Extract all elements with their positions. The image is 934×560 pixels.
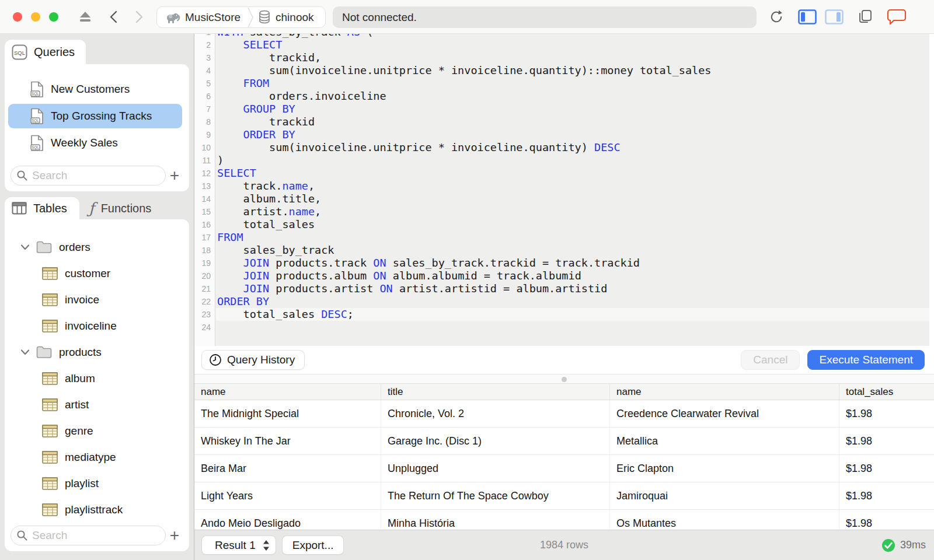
pane-splitter[interactable] [194, 374, 934, 384]
table-cell[interactable]: The Midnight Special [194, 400, 381, 427]
add-table-button[interactable]: + [166, 526, 183, 545]
code-line: 2 SELECT [194, 38, 929, 51]
tab-functions-label: Functions [101, 202, 152, 215]
table-cell[interactable]: $1.98 [839, 400, 934, 427]
tab-functions[interactable]: ƒ Functions [82, 197, 159, 219]
tab-queries-label: Queries [34, 46, 75, 59]
table-cell[interactable]: Minha História [381, 510, 610, 530]
query-item[interactable]: SQLNew Customers [8, 77, 182, 102]
line-number: 10 [194, 141, 215, 154]
code-text: ORDER BY [215, 128, 929, 141]
table-cell[interactable]: Jamiroquai [610, 482, 839, 509]
table-cell[interactable]: Unplugged [381, 455, 610, 482]
postgres-elephant-icon[interactable] [164, 10, 180, 25]
query-item[interactable]: SQLTop Grossing Tracks [8, 104, 182, 128]
line-number: 14 [194, 192, 215, 205]
back-button[interactable] [107, 0, 121, 34]
refresh-icon[interactable] [768, 0, 785, 34]
table-icon [42, 503, 58, 516]
query-item-label: New Customers [51, 83, 130, 96]
column-header[interactable]: title [381, 384, 610, 400]
tab-queries[interactable]: SQL Queries [5, 40, 86, 64]
table-row[interactable]: Whiskey In The JarGarage Inc. (Disc 1)Me… [194, 428, 934, 455]
table-columns-icon [12, 202, 27, 215]
sql-file-icon: SQL [30, 108, 44, 125]
table-row[interactable]: The Midnight SpecialChronicle, Vol. 2Cre… [194, 400, 934, 428]
table-row-item[interactable]: playlisttrack [5, 496, 189, 523]
forward-button[interactable] [131, 0, 145, 34]
table-cell[interactable]: Creedence Clearwater Revival [610, 400, 839, 427]
code-line: 19 JOIN products.track ON sales_by_track… [194, 257, 929, 270]
zoom-window-button[interactable] [49, 12, 58, 22]
schema-folder-row[interactable]: products [5, 339, 189, 365]
table-cell[interactable]: Os Mutantes [610, 510, 839, 530]
editor-toolbar: Query History Cancel Execute Statement [194, 346, 934, 374]
connection-name[interactable]: MusicStore [185, 11, 241, 24]
table-icon [42, 477, 58, 490]
toggle-left-sidebar-icon[interactable] [797, 0, 817, 34]
table-row-item[interactable]: customer [5, 260, 189, 286]
result-selector[interactable]: Result 1 [201, 536, 276, 555]
table-cell[interactable]: Beira Mar [194, 455, 381, 482]
table-cell[interactable]: Metallica [610, 428, 839, 454]
add-query-button[interactable]: + [166, 166, 183, 186]
toggle-right-sidebar-icon[interactable] [824, 0, 844, 34]
chevron-down-icon[interactable] [20, 349, 30, 356]
table-cell[interactable]: Chronicle, Vol. 2 [381, 400, 610, 427]
tab-tables-label: Tables [33, 202, 67, 215]
tab-tables[interactable]: Tables [5, 197, 79, 219]
table-cell[interactable]: Garage Inc. (Disc 1) [381, 428, 610, 454]
line-number: 11 [194, 154, 215, 167]
table-icon [42, 372, 58, 385]
line-number: 1 [194, 34, 215, 38]
table-cell[interactable]: $1.98 [839, 510, 934, 530]
table-row-item[interactable]: playlist [5, 470, 189, 496]
table-cell[interactable]: Light Years [194, 482, 381, 509]
export-button[interactable]: Export... [282, 536, 344, 555]
table-row-item[interactable]: genre [5, 418, 189, 444]
table-cell[interactable]: Ando Meio Desligado [194, 510, 381, 530]
minimize-window-button[interactable] [31, 12, 40, 22]
table-icon [42, 293, 58, 306]
schema-folder-row[interactable]: orders [5, 234, 189, 260]
query-item[interactable]: SQLWeekly Sales [8, 131, 182, 155]
table-cell[interactable]: The Return Of The Space Cowboy [381, 482, 610, 509]
code-text: SELECT [215, 38, 929, 51]
database-name[interactable]: chinook [276, 11, 314, 24]
table-row-item[interactable]: mediatype [5, 444, 189, 470]
sql-editor[interactable]: 1WITH sales_by_track AS (2 SELECT3 track… [194, 34, 934, 346]
table-cell[interactable]: $1.98 [839, 428, 934, 454]
database-icon[interactable] [258, 10, 271, 25]
table-row-item[interactable]: artist [5, 391, 189, 418]
table-row-item[interactable]: album [5, 365, 189, 391]
eject-icon[interactable] [78, 0, 92, 34]
code-text: trackid [215, 116, 929, 128]
splitter-handle[interactable] [562, 377, 567, 382]
svg-text:SQL: SQL [14, 49, 25, 55]
line-number: 6 [194, 90, 215, 103]
table-row-item[interactable]: invoiceline [5, 313, 189, 339]
query-history-button[interactable]: Query History [201, 350, 305, 370]
table-cell[interactable]: Eric Clapton [610, 455, 839, 482]
table-cell[interactable]: $1.98 [839, 482, 934, 509]
tables-search-input[interactable] [11, 526, 166, 545]
table-cell[interactable]: Whiskey In The Jar [194, 428, 381, 454]
table-row[interactable]: Ando Meio DesligadoMinha HistóriaOs Muta… [194, 510, 934, 530]
success-check-icon [881, 538, 895, 552]
line-number: 16 [194, 218, 215, 231]
cancel-button[interactable]: Cancel [741, 350, 800, 370]
queries-search-input[interactable] [11, 166, 166, 186]
table-row[interactable]: Beira MarUnpluggedEric Clapton$1.98 [194, 455, 934, 482]
table-icon [42, 425, 58, 438]
column-header[interactable]: name [194, 384, 381, 400]
column-header[interactable]: name [610, 384, 839, 400]
feedback-chat-icon[interactable] [886, 0, 907, 34]
table-row-item[interactable]: invoice [5, 286, 189, 313]
chevron-down-icon[interactable] [20, 244, 30, 251]
windows-icon[interactable] [856, 0, 874, 34]
table-row[interactable]: Light YearsThe Return Of The Space Cowbo… [194, 482, 934, 510]
close-window-button[interactable] [13, 12, 22, 22]
execute-statement-button[interactable]: Execute Statement [807, 350, 925, 370]
table-cell[interactable]: $1.98 [839, 455, 934, 482]
column-header[interactable]: total_sales [839, 384, 934, 400]
